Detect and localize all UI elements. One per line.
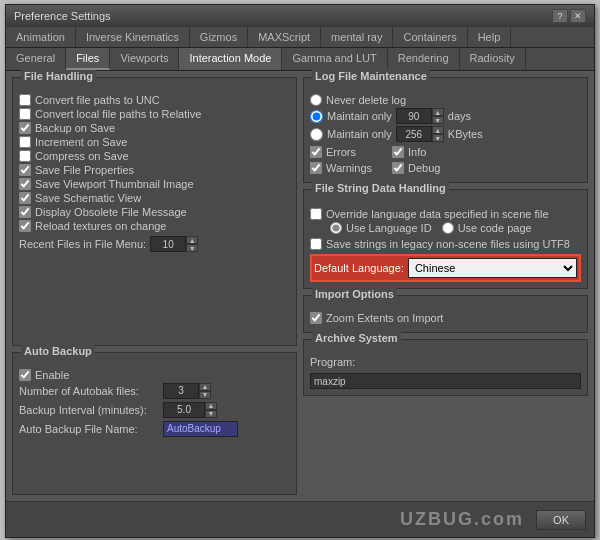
debug-checkbox[interactable] xyxy=(392,162,404,174)
save-strings-row: Save strings in legacy non-scene files u… xyxy=(310,238,581,250)
tab-radiosity[interactable]: Radiosity xyxy=(460,48,526,70)
maintain-days-radio[interactable] xyxy=(310,110,323,123)
use-lang-id-row: Use Language ID xyxy=(330,222,432,234)
tab-help[interactable]: Help xyxy=(468,27,512,47)
maintain-days-input[interactable] xyxy=(396,108,432,124)
info-checkbox[interactable] xyxy=(392,146,404,158)
title-controls: ? ✕ xyxy=(552,9,586,23)
never-delete-label: Never delete log xyxy=(326,94,406,106)
maintain-kb-label: Maintain only xyxy=(327,128,392,140)
num-autobak-input[interactable] xyxy=(163,383,199,399)
recent-files-arrows: ▲ ▼ xyxy=(186,236,198,252)
maintain-kb-up-arrow[interactable]: ▲ xyxy=(432,126,444,134)
archive-program-input[interactable] xyxy=(310,373,581,389)
recent-files-down-arrow[interactable]: ▼ xyxy=(186,244,198,252)
close-button[interactable]: ✕ xyxy=(570,9,586,23)
maintain-days-up-arrow[interactable]: ▲ xyxy=(432,108,444,116)
tab-inverse-kinematics[interactable]: Inverse Kinematics xyxy=(76,27,190,47)
tab-gamma-lut[interactable]: Gamma and LUT xyxy=(282,48,387,70)
preference-settings-window: Preference Settings ? ✕ Animation Invers… xyxy=(5,4,595,538)
auto-backup-enable-checkbox[interactable] xyxy=(19,369,31,381)
checkbox-reload-textures-input[interactable] xyxy=(19,220,31,232)
tab-general[interactable]: General xyxy=(6,48,66,70)
never-delete-radio[interactable] xyxy=(310,94,322,106)
num-autobak-row: Number of Autobak files: ▲ ▼ xyxy=(19,383,290,399)
warnings-checkbox[interactable] xyxy=(310,162,322,174)
tab-viewports[interactable]: Viewports xyxy=(110,48,179,70)
maintain-days-arrows: ▲ ▼ xyxy=(432,108,444,124)
tab-gizmos[interactable]: Gizmos xyxy=(190,27,248,47)
recent-files-input[interactable] xyxy=(150,236,186,252)
panel-right: Log File Maintenance Never delete log Ma… xyxy=(303,77,588,495)
maintain-kb-radio[interactable] xyxy=(310,128,323,141)
override-lang-checkbox[interactable] xyxy=(310,208,322,220)
zoom-extents-checkbox[interactable] xyxy=(310,312,322,324)
backup-interval-input[interactable] xyxy=(163,402,205,418)
auto-backup-content: Enable Number of Autobak files: ▲ ▼ xyxy=(19,369,290,437)
file-handling-group: File Handling Convert file paths to UNC … xyxy=(12,77,297,346)
maintain-kb-down-arrow[interactable]: ▼ xyxy=(432,134,444,142)
tab-animation[interactable]: Animation xyxy=(6,27,76,47)
backup-filename-input[interactable] xyxy=(163,421,238,437)
checkbox-increment-save-input[interactable] xyxy=(19,136,31,148)
checkbox-backup-save-label: Backup on Save xyxy=(35,122,115,134)
num-autobak-up-arrow[interactable]: ▲ xyxy=(199,383,211,391)
help-button[interactable]: ? xyxy=(552,9,568,23)
tab-mental-ray[interactable]: mental ray xyxy=(321,27,393,47)
import-options-content: Zoom Extents on Import xyxy=(310,312,581,324)
checkbox-save-properties: Save File Properties xyxy=(19,164,290,176)
backup-interval-up-arrow[interactable]: ▲ xyxy=(205,402,217,410)
checkbox-increment-save: Increment on Save xyxy=(19,136,290,148)
file-handling-title: File Handling xyxy=(21,70,96,82)
checkbox-convert-unc-label: Convert file paths to UNC xyxy=(35,94,160,106)
checkbox-obsolete-message-input[interactable] xyxy=(19,206,31,218)
backup-filename-label: Auto Backup File Name: xyxy=(19,423,159,435)
zoom-extents-row: Zoom Extents on Import xyxy=(310,312,581,324)
checkbox-viewport-thumbnail-input[interactable] xyxy=(19,178,31,190)
backup-filename-row: Auto Backup File Name: xyxy=(19,421,290,437)
override-lang-row: Override language data specified in scen… xyxy=(310,208,581,220)
tab-rendering[interactable]: Rendering xyxy=(388,48,460,70)
backup-interval-arrows: ▲ ▼ xyxy=(205,402,217,418)
checkbox-viewport-thumbnail: Save Viewport Thumbnail Image xyxy=(19,178,290,190)
recent-files-up-arrow[interactable]: ▲ xyxy=(186,236,198,244)
recent-files-row: Recent Files in File Menu: ▲ ▼ xyxy=(19,236,290,252)
override-lang-label: Override language data specified in scen… xyxy=(326,208,549,220)
backup-interval-down-arrow[interactable]: ▼ xyxy=(205,410,217,418)
checkbox-convert-unc-input[interactable] xyxy=(19,94,31,106)
num-autobak-down-arrow[interactable]: ▼ xyxy=(199,391,211,399)
num-autobak-spinbox: ▲ ▼ xyxy=(163,383,211,399)
maintain-kb-row: Maintain only ▲ ▼ KBytes xyxy=(310,126,581,142)
checkbox-schematic-view-label: Save Schematic View xyxy=(35,192,141,204)
checkbox-compress-save-input[interactable] xyxy=(19,150,31,162)
tab-maxscript[interactable]: MAXScript xyxy=(248,27,321,47)
errors-checkbox[interactable] xyxy=(310,146,322,158)
use-code-page-radio[interactable] xyxy=(442,222,454,234)
debug-row: Debug xyxy=(392,162,440,174)
maintain-days-label: Maintain only xyxy=(327,110,392,122)
log-file-content: Never delete log Maintain only ▲ ▼ day xyxy=(310,94,581,176)
checkbox-save-properties-input[interactable] xyxy=(19,164,31,176)
save-strings-checkbox[interactable] xyxy=(310,238,322,250)
default-language-select[interactable]: Chinese English Japanese Korean xyxy=(408,258,577,278)
default-lang-label: Default Language: xyxy=(314,262,404,274)
auto-backup-enable-row: Enable xyxy=(19,369,290,381)
checkbox-schematic-view-input[interactable] xyxy=(19,192,31,204)
checkbox-convert-relative-input[interactable] xyxy=(19,108,31,120)
checkbox-obsolete-message-label: Display Obsolete File Message xyxy=(35,206,187,218)
archive-system-content: Program: xyxy=(310,356,581,389)
archive-system-title: Archive System xyxy=(312,332,401,344)
checkbox-backup-save: Backup on Save xyxy=(19,122,290,134)
use-lang-id-radio[interactable] xyxy=(330,222,342,234)
info-row: Info xyxy=(392,146,440,158)
checkbox-backup-save-input[interactable] xyxy=(19,122,31,134)
ok-button[interactable]: OK xyxy=(536,510,586,530)
checkbox-viewport-thumbnail-label: Save Viewport Thumbnail Image xyxy=(35,178,194,190)
tab-interaction-mode[interactable]: Interaction Mode xyxy=(179,48,282,70)
checkbox-reload-textures-label: Reload textures on change xyxy=(35,220,166,232)
tab-containers[interactable]: Containers xyxy=(393,27,467,47)
tab-files[interactable]: Files xyxy=(66,48,110,70)
file-string-title: File String Data Handling xyxy=(312,182,449,194)
maintain-kb-input[interactable] xyxy=(396,126,432,142)
maintain-days-down-arrow[interactable]: ▼ xyxy=(432,116,444,124)
